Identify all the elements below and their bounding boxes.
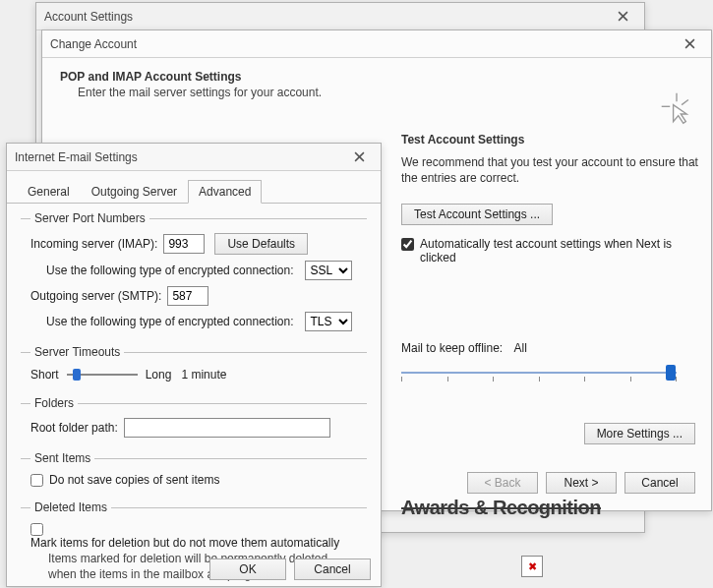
outgoing-label: Outgoing server (SMTP): bbox=[30, 289, 161, 303]
more-settings-button[interactable]: More Settings ... bbox=[584, 423, 695, 444]
change-account-title: Change Account bbox=[50, 37, 676, 51]
pop-imap-subheading: Enter the mail server settings for your … bbox=[60, 86, 693, 99]
incoming-label: Incoming server (IMAP): bbox=[30, 237, 157, 251]
test-account-button[interactable]: Test Account Settings ... bbox=[401, 204, 553, 225]
auto-test-label[interactable]: Automatically test account settings when… bbox=[420, 237, 706, 265]
ports-legend: Server Port Numbers bbox=[30, 211, 149, 225]
use-defaults-button[interactable]: Use Defaults bbox=[214, 233, 308, 255]
cancel-button[interactable]: Cancel bbox=[624, 472, 695, 494]
ie-tabstrip: General Outgoing Server Advanced bbox=[7, 171, 381, 204]
outgoing-enc-select[interactable]: TLS bbox=[305, 312, 352, 331]
tab-general[interactable]: General bbox=[17, 180, 81, 204]
timeout-short-label: Short bbox=[30, 368, 59, 382]
incoming-port-input[interactable] bbox=[163, 234, 205, 254]
close-icon[interactable] bbox=[676, 33, 703, 55]
offline-slider[interactable] bbox=[401, 363, 677, 382]
folders-group: Folders Root folder path: bbox=[21, 396, 367, 445]
sent-items-group: Sent Items Do not save copies of sent it… bbox=[21, 451, 367, 495]
mark-delete-checkbox[interactable] bbox=[30, 523, 43, 536]
back-button[interactable]: < Back bbox=[467, 472, 538, 494]
broken-image-icon: ✖ bbox=[521, 556, 543, 577]
root-folder-input[interactable] bbox=[124, 418, 330, 438]
ie-titlebar[interactable]: Internet E-mail Settings bbox=[7, 144, 381, 171]
account-settings-titlebar[interactable]: Account Settings bbox=[36, 3, 644, 30]
offline-label: Mail to keep offline: bbox=[401, 341, 503, 355]
auto-test-checkbox[interactable] bbox=[401, 238, 414, 251]
ie-cancel-button[interactable]: Cancel bbox=[294, 559, 371, 580]
ie-title: Internet E-mail Settings bbox=[15, 150, 345, 164]
next-button[interactable]: Next > bbox=[546, 472, 617, 494]
test-description: We recommend that you test your account … bbox=[401, 154, 706, 186]
sent-legend: Sent Items bbox=[30, 451, 94, 465]
incoming-enc-select[interactable]: SSL bbox=[305, 261, 352, 280]
timeout-slider[interactable] bbox=[67, 367, 138, 382]
offline-value: All bbox=[514, 341, 527, 355]
timeout-long-label: Long bbox=[146, 368, 172, 382]
account-settings-title: Account Settings bbox=[44, 10, 609, 24]
tab-outgoing-server[interactable]: Outgoing Server bbox=[81, 180, 188, 204]
awards-text: Awards & Recognition bbox=[401, 497, 601, 519]
outgoing-enc-label: Use the following type of encrypted conn… bbox=[46, 315, 293, 328]
deleted-legend: Deleted Items bbox=[30, 500, 111, 514]
timeout-value: 1 minute bbox=[181, 368, 226, 382]
folders-legend: Folders bbox=[30, 396, 78, 410]
timeouts-legend: Server Timeouts bbox=[30, 345, 124, 359]
outgoing-port-input[interactable] bbox=[167, 286, 208, 306]
mark-delete-label[interactable]: Mark items for deletion but do not move … bbox=[30, 536, 339, 550]
test-heading: Test Account Settings bbox=[401, 133, 706, 147]
change-account-titlebar[interactable]: Change Account bbox=[42, 30, 711, 58]
test-account-panel: Test Account Settings We recommend that … bbox=[401, 133, 706, 382]
tab-advanced[interactable]: Advanced bbox=[188, 180, 262, 204]
server-timeouts-group: Server Timeouts Short Long 1 minute bbox=[21, 345, 367, 390]
dont-save-sent-label[interactable]: Do not save copies of sent items bbox=[49, 473, 219, 487]
close-icon[interactable] bbox=[609, 6, 636, 28]
close-icon[interactable] bbox=[345, 147, 373, 168]
ok-button[interactable]: OK bbox=[209, 559, 286, 580]
cursor-icon bbox=[660, 91, 693, 125]
internet-email-settings-window: Internet E-mail Settings General Outgoin… bbox=[6, 143, 382, 587]
incoming-enc-label: Use the following type of encrypted conn… bbox=[46, 264, 293, 277]
server-port-numbers-group: Server Port Numbers Incoming server (IMA… bbox=[21, 211, 367, 339]
dont-save-sent-checkbox[interactable] bbox=[30, 474, 43, 487]
change-account-nav: < Back Next > Cancel bbox=[467, 472, 695, 494]
root-folder-label: Root folder path: bbox=[30, 421, 118, 435]
pop-imap-heading: POP and IMAP Account Settings bbox=[60, 70, 693, 84]
svg-line-6 bbox=[682, 100, 688, 105]
ie-dialog-buttons: OK Cancel bbox=[209, 559, 371, 580]
